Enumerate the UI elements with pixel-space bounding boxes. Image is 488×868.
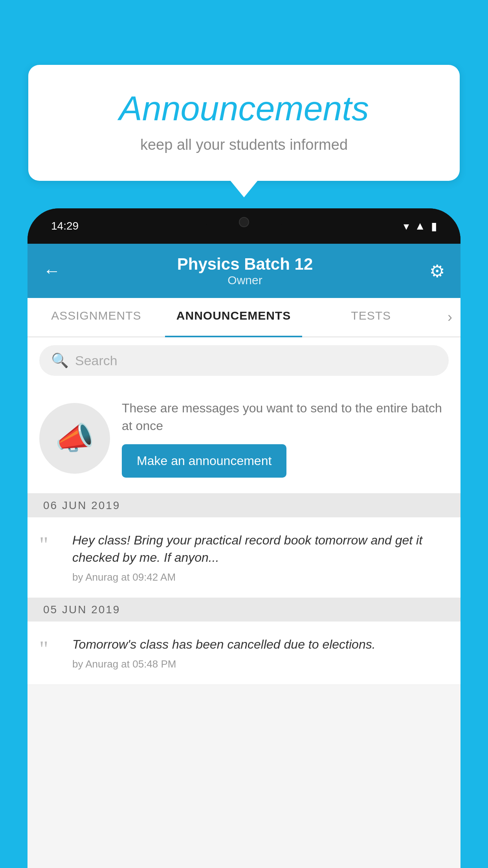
tab-assignments[interactable]: ASSIGNMENTS (28, 298, 165, 337)
megaphone-circle: 📣 (39, 403, 110, 474)
quote-icon-2: " (39, 638, 63, 660)
announcement-text-1: Hey class! Bring your practical record b… (72, 531, 449, 567)
megaphone-icon: 📣 (55, 420, 94, 457)
announcement-item-2[interactable]: " Tomorrow's class has been cancelled du… (28, 622, 460, 685)
intro-right: These are messages you want to send to t… (122, 399, 449, 478)
tab-more[interactable]: › (440, 298, 460, 337)
header-title-group: Physics Batch 12 Owner (177, 255, 313, 287)
search-icon: 🔍 (51, 352, 69, 369)
signal-icon: ▲ (415, 220, 426, 232)
card-title: Announcements (44, 88, 444, 129)
make-announcement-button[interactable]: Make an announcement (122, 444, 286, 478)
intro-section: 📣 These are messages you want to send to… (28, 384, 460, 494)
announcement-text-2: Tomorrow's class has been cancelled due … (72, 636, 449, 653)
announcement-meta-1: by Anurag at 09:42 AM (72, 571, 449, 583)
notch (205, 208, 283, 236)
phone-frame: 14:29 ▾ ▲ ▮ ← Physics Batch 12 Owner ⚙ A… (28, 208, 460, 868)
back-button[interactable]: ← (43, 261, 61, 281)
search-container: 🔍 Search (28, 337, 460, 384)
battery-icon: ▮ (431, 220, 437, 233)
search-placeholder: Search (75, 353, 117, 368)
tab-announcements[interactable]: ANNOUNCEMENTS (165, 298, 303, 337)
announcement-content-2: Tomorrow's class has been cancelled due … (72, 636, 449, 670)
announcement-meta-2: by Anurag at 05:48 PM (72, 658, 449, 670)
app-header: ← Physics Batch 12 Owner ⚙ (28, 244, 460, 298)
status-icons: ▾ ▲ ▮ (404, 220, 437, 233)
quote-icon-1: " (39, 534, 63, 556)
intro-text: These are messages you want to send to t… (122, 399, 449, 435)
batch-role: Owner (177, 274, 313, 287)
search-bar[interactable]: 🔍 Search (39, 345, 449, 376)
announcement-item-1[interactable]: " Hey class! Bring your practical record… (28, 517, 460, 598)
date-divider-2: 05 JUN 2019 (28, 598, 460, 622)
announcement-card: Announcements keep all your students inf… (28, 65, 460, 181)
camera (239, 217, 249, 227)
app-screen: ← Physics Batch 12 Owner ⚙ ASSIGNMENTS A… (28, 244, 460, 868)
card-subtitle: keep all your students informed (44, 136, 444, 153)
settings-icon[interactable]: ⚙ (429, 261, 445, 281)
wifi-icon: ▾ (404, 220, 409, 233)
tab-bar: ASSIGNMENTS ANNOUNCEMENTS TESTS › (28, 298, 460, 337)
date-divider-1: 06 JUN 2019 (28, 494, 460, 517)
announcement-content-1: Hey class! Bring your practical record b… (72, 531, 449, 584)
status-time: 14:29 (51, 220, 79, 232)
tab-tests[interactable]: TESTS (302, 298, 440, 337)
batch-title: Physics Batch 12 (177, 255, 313, 274)
status-bar: 14:29 ▾ ▲ ▮ (28, 208, 460, 244)
